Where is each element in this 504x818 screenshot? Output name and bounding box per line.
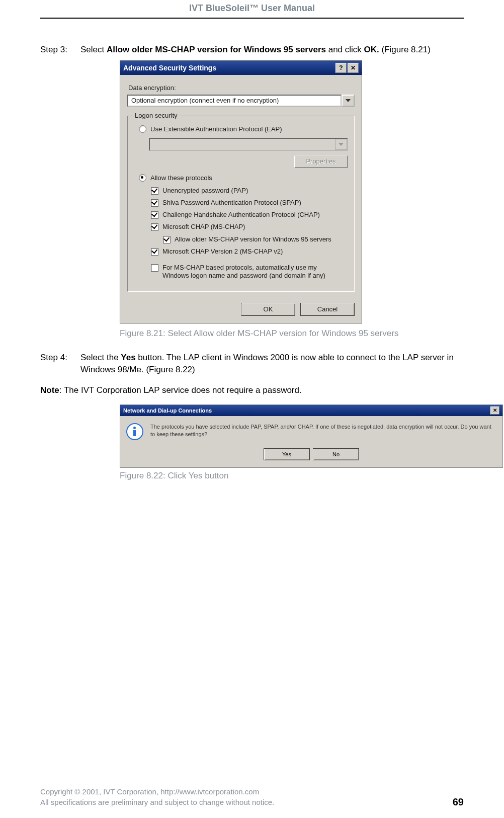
- dialog822-title: Network and Dial-up Connections: [123, 407, 212, 414]
- eap-method-combobox: [149, 138, 348, 151]
- figure-8-21-caption: Figure 8.21: Select Allow older MS-CHAP …: [120, 329, 464, 339]
- checkbox-chap[interactable]: Challenge Handshake Authentication Proto…: [151, 211, 348, 219]
- help-icon[interactable]: ?: [335, 63, 347, 73]
- checkbox-spap[interactable]: Shiva Password Authentication Protocol (…: [151, 199, 348, 207]
- footer-copyright: Copyright © 2001, IVT Corporation, http:…: [40, 786, 274, 797]
- note-text: : The IVT Corporation LAP service does n…: [59, 385, 302, 395]
- checkbox-mschap-input[interactable]: [151, 223, 158, 231]
- yes-button[interactable]: Yes: [264, 448, 310, 460]
- checkbox-spap-label: Shiva Password Authentication Protocol (…: [162, 199, 301, 207]
- dialog-title: Advanced Security Settings: [123, 64, 216, 72]
- step3-label: Step 3:: [40, 44, 80, 56]
- dialog-network-dialup: Network and Dial-up Connections ✕ The pr…: [120, 404, 503, 468]
- ok-button[interactable]: OK: [241, 303, 295, 316]
- cancel-button[interactable]: Cancel: [300, 303, 355, 316]
- checkbox-spap-input[interactable]: [151, 199, 158, 207]
- dialog822-message: The protocols you have selected include …: [150, 423, 496, 438]
- checkbox-mschap[interactable]: Microsoft CHAP (MS-CHAP): [151, 223, 348, 231]
- figure-8-22-caption: Figure 8.22: Click Yes button: [120, 471, 464, 481]
- dialog-titlebar: Advanced Security Settings ? ✕: [120, 61, 362, 75]
- chevron-down-icon: [335, 139, 347, 150]
- step3: Step 3: Select Allow older MS-CHAP versi…: [40, 44, 464, 56]
- checkbox-pap-label: Unencrypted password (PAP): [162, 187, 248, 195]
- step3-bold2: OK.: [364, 45, 379, 54]
- step4: Step 4: Select the Yes button. The LAP c…: [40, 352, 464, 376]
- note: Note: The IVT Corporation LAP service do…: [40, 385, 464, 395]
- step4-body: Select the Yes button. The LAP client in…: [80, 352, 464, 376]
- footer-disclaimer: All specifications are preliminary and s…: [40, 797, 274, 808]
- page-footer: Copyright © 2001, IVT Corporation, http:…: [40, 786, 464, 808]
- data-encryption-label: Data encryption:: [128, 84, 355, 92]
- radio-allow-input[interactable]: [139, 174, 146, 182]
- step3-mid: and click: [326, 45, 364, 54]
- close-icon[interactable]: ✕: [348, 63, 359, 73]
- page-number: 69: [453, 796, 464, 808]
- dialog-advanced-security-settings: Advanced Security Settings ? ✕ Data encr…: [120, 60, 362, 323]
- radio-eap[interactable]: Use Extensible Authentication Protocol (…: [139, 125, 348, 133]
- step3-bold1: Allow older MS-CHAP version for Windows …: [107, 45, 326, 54]
- checkbox-autologon-input[interactable]: [151, 264, 158, 272]
- checkbox-mschap2[interactable]: Microsoft CHAP Version 2 (MS-CHAP v2): [151, 248, 348, 256]
- checkbox-chap-label: Challenge Handshake Authentication Proto…: [162, 211, 320, 219]
- data-encryption-combobox[interactable]: Optional encryption (connect even if no …: [127, 95, 355, 107]
- checkbox-pap-input[interactable]: [151, 187, 158, 195]
- radio-eap-input[interactable]: [139, 125, 146, 133]
- step4-bold: Yes: [121, 353, 135, 362]
- checkbox-autologon[interactable]: For MS-CHAP based protocols, automatical…: [151, 264, 348, 280]
- properties-button: Properties: [294, 155, 348, 168]
- note-label: Note: [40, 385, 59, 395]
- checkbox-autologon-label: For MS-CHAP based protocols, automatical…: [162, 264, 333, 280]
- dialog822-titlebar: Network and Dial-up Connections ✕: [120, 405, 502, 416]
- checkbox-mschap-older-input[interactable]: [163, 236, 171, 243]
- radio-allow-label: Allow these protocols: [150, 174, 212, 182]
- checkbox-mschap2-label: Microsoft CHAP Version 2 (MS-CHAP v2): [162, 248, 283, 256]
- step3-pre: Select: [80, 45, 107, 54]
- logon-security-fieldset: Logon security Use Extensible Authentica…: [127, 116, 355, 292]
- header-rule: [40, 18, 464, 19]
- step4-post: button. The LAP client in Windows 2000 i…: [80, 353, 454, 375]
- checkbox-chap-input[interactable]: [151, 211, 158, 219]
- checkbox-mschap-older-label: Allow older MS-CHAP version for Windows …: [175, 235, 331, 243]
- no-button[interactable]: No: [313, 448, 359, 460]
- close-icon[interactable]: ✕: [490, 406, 499, 415]
- logon-security-legend: Logon security: [133, 112, 180, 119]
- step3-body: Select Allow older MS-CHAP version for W…: [80, 44, 464, 56]
- radio-allow-protocols[interactable]: Allow these protocols: [139, 174, 348, 182]
- radio-eap-label: Use Extensible Authentication Protocol (…: [150, 125, 282, 133]
- step4-label: Step 4:: [40, 352, 80, 376]
- checkbox-pap[interactable]: Unencrypted password (PAP): [151, 187, 348, 195]
- chevron-down-icon[interactable]: [342, 95, 355, 107]
- checkbox-mschap2-input[interactable]: [151, 248, 158, 256]
- step3-post: (Figure 8.21): [379, 45, 431, 54]
- info-icon: [126, 423, 143, 440]
- doc-header: IVT BlueSoleil™ User Manual: [40, 0, 464, 14]
- checkbox-mschap-label: Microsoft CHAP (MS-CHAP): [162, 223, 245, 231]
- data-encryption-value: Optional encryption (connect even if no …: [127, 95, 342, 107]
- step4-pre: Select the: [80, 353, 121, 362]
- checkbox-mschap-older[interactable]: Allow older MS-CHAP version for Windows …: [163, 235, 348, 243]
